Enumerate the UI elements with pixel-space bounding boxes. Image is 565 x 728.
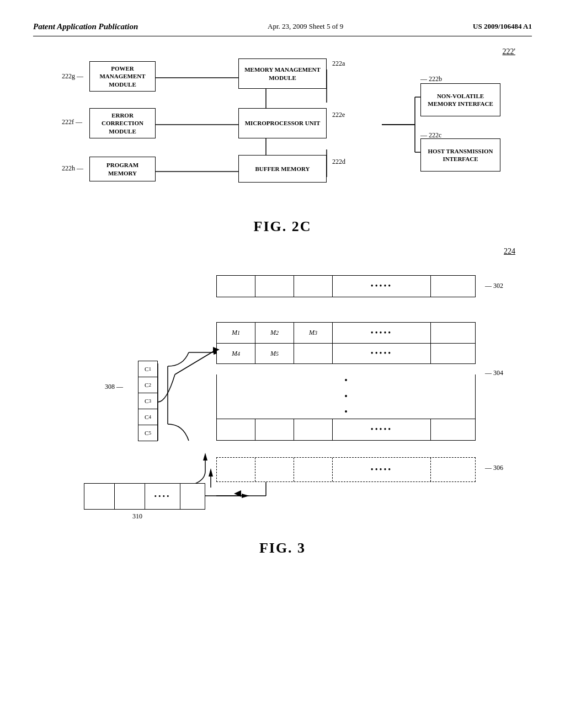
fig3-title: FIG. 3 [33, 540, 532, 556]
ref-222a: 222a [332, 60, 345, 68]
row-m4m5: M4 M5 ••••• [216, 343, 476, 364]
svg-marker-16 [234, 490, 241, 497]
fig3-section: 224 [33, 246, 532, 556]
ref-304: — 304 [485, 369, 503, 377]
ref-222g: 222g — [62, 72, 83, 81]
publication-number: US 2009/106484 A1 [473, 22, 532, 31]
ref-224: 224 [504, 247, 515, 255]
box-power-management: POWER MANAGEMENT MODULE [89, 61, 156, 92]
c-stack: C1 C2 C3 C4 C5 [138, 361, 158, 441]
ref-222e: 222e [332, 111, 345, 119]
diagram-2c: MEMORY MANAGEMENTMODULE 222a MICROPROCES… [56, 53, 509, 207]
row-vertical-dots: ••• [216, 374, 476, 419]
row-304-last: ••••• [216, 419, 476, 441]
c1-box: C1 [138, 361, 158, 377]
row-m1m2m3: M1 M2 M3 ••••• [216, 322, 476, 343]
ref-222d: 222d [332, 158, 345, 166]
fig2c-title: FIG. 2C [33, 218, 532, 235]
svg-marker-21 [209, 468, 213, 477]
c3-box: C3 [138, 393, 158, 409]
ref-302: — 302 [485, 282, 503, 290]
box-error-correction: ERROR CORRECTION MODULE [89, 108, 156, 138]
box-microprocessor: MICROPROCESSOR UNIT [238, 108, 327, 138]
fig2c-section: 222' [33, 53, 532, 235]
diagram-3: ••••• — 302 M1 M2 M3 ••••• M4 M5 ••••• [56, 259, 509, 529]
ref-222h: 222h — [62, 164, 83, 173]
box-program-memory: PROGRAM MEMORY [89, 157, 156, 181]
ref-308: 308 — [105, 383, 123, 391]
row-302: ••••• [216, 275, 476, 297]
ref-306: — 306 [485, 464, 503, 472]
ref-222f: 222f — [62, 118, 82, 126]
c4-box: C4 [138, 409, 158, 425]
publication-title: Patent Application Publication [33, 22, 138, 31]
svg-marker-25 [242, 494, 249, 498]
ref-310: 310 [132, 512, 142, 521]
box-memory-management: MEMORY MANAGEMENTMODULE [238, 58, 327, 89]
publication-date: Apr. 23, 2009 Sheet 5 of 9 [268, 22, 343, 31]
svg-marker-27 [203, 453, 207, 461]
ref-222b: — 222b [420, 75, 442, 83]
box-host-transmission: HOST TRANSMISSION INTERFACE [420, 138, 500, 172]
c5-box: C5 [138, 425, 158, 441]
page-header: Patent Application Publication Apr. 23, … [33, 22, 532, 36]
row-310: •••• [84, 483, 205, 510]
c2-box: C2 [138, 377, 158, 393]
ref-222c: — 222c [420, 131, 441, 140]
box-non-volatile: NON-VOLATILE MEMORY INTERFACE [420, 83, 500, 116]
box-buffer-memory: BUFFER MEMORY [238, 155, 327, 183]
patent-page: Patent Application Publication Apr. 23, … [0, 0, 565, 728]
row-306: ••••• [216, 457, 476, 482]
